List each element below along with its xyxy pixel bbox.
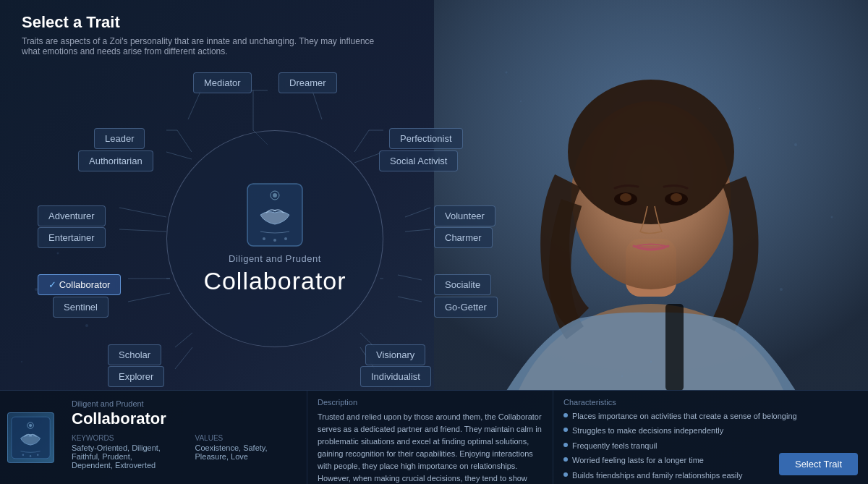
info-values-col: Values Coexistence, Safety, Pleasure, Lo… <box>195 434 297 474</box>
svg-point-59 <box>30 455 32 457</box>
trait-charmer[interactable]: Charmer <box>434 227 493 248</box>
trait-explorer[interactable]: Explorer <box>108 366 164 387</box>
svg-point-58 <box>22 454 25 456</box>
svg-point-8 <box>671 193 682 202</box>
info-keywords: Safety-Oriented, Diligent, Faithful, Pru… <box>72 443 174 470</box>
char-dot-icon <box>563 428 568 432</box>
info-trait-icon <box>7 412 54 463</box>
circle-title: Collaborator <box>203 267 346 295</box>
svg-line-44 <box>175 347 192 369</box>
svg-point-52 <box>263 237 265 240</box>
svg-line-41 <box>398 275 422 280</box>
trait-socialite[interactable]: Socialite <box>434 274 491 295</box>
characteristic-item: Frequently feels tranquil <box>563 441 858 451</box>
svg-line-43 <box>175 333 192 347</box>
svg-point-4 <box>568 80 734 224</box>
trait-perfectionist[interactable]: Perfectionist <box>389 128 463 149</box>
characteristic-text: Worried feeling lasts for a longer time <box>572 455 704 466</box>
info-characteristics-section: Characteristics Places importance on act… <box>553 391 868 484</box>
trait-mediator[interactable]: Mediator <box>193 72 252 93</box>
svg-point-53 <box>273 239 276 242</box>
info-keywords-label: Keywords <box>72 434 174 442</box>
trait-dreamer[interactable]: Dreamer <box>278 72 337 93</box>
svg-point-57 <box>29 423 32 426</box>
trait-sentinel[interactable]: Sentinel <box>53 297 109 318</box>
page-subtitle: Traits are aspects of a Zoi's personalit… <box>22 36 383 56</box>
page-header: Select a Trait Traits are aspects of a Z… <box>0 0 868 69</box>
characteristic-text: Frequently feels tranquil <box>572 441 657 451</box>
info-description-section: Description Trusted and relied upon by t… <box>307 391 553 484</box>
char-dot-icon <box>563 472 568 477</box>
svg-rect-9 <box>665 304 684 391</box>
char-dot-icon <box>563 457 568 462</box>
trait-entertainer[interactable]: Entertainer <box>38 227 106 248</box>
svg-line-40 <box>128 293 170 302</box>
trait-authoritarian[interactable]: Authoritarian <box>78 150 153 171</box>
info-trait-name: Collaborator <box>72 409 297 428</box>
trait-go-getter[interactable]: Go-Getter <box>434 297 498 318</box>
info-panel: Diligent and Prudent Collaborator Keywor… <box>0 390 868 484</box>
center-circle: Diligent and Prudent Collaborator <box>166 130 383 347</box>
trait-scholar[interactable]: Scholar <box>108 344 161 365</box>
trait-adventurer[interactable]: Adventurer <box>38 205 106 226</box>
svg-point-7 <box>620 193 631 202</box>
info-values: Coexistence, Safety, Pleasure, Love <box>195 443 297 461</box>
info-keywords-col: Keywords Safety-Oriented, Diligent, Fait… <box>72 434 174 474</box>
svg-point-54 <box>284 237 287 240</box>
char-dot-icon <box>563 443 568 447</box>
characteristic-item: Struggles to make decisions independentl… <box>563 425 858 436</box>
char-label: Characteristics <box>563 398 858 407</box>
svg-line-33 <box>354 130 369 152</box>
svg-line-42 <box>398 297 422 302</box>
info-main-section: Diligent and Prudent Collaborator Keywor… <box>61 391 307 484</box>
desc-text: Trusted and relied upon by those around … <box>318 411 542 484</box>
trait-individualist[interactable]: Individualist <box>360 366 431 387</box>
circle-subtitle: Diligent and Prudent <box>229 253 321 264</box>
characteristic-text: Places importance on activities that cre… <box>572 411 797 422</box>
svg-line-31 <box>166 152 192 159</box>
svg-line-36 <box>119 229 166 232</box>
trait-volunteer[interactable]: Volunteer <box>434 205 495 226</box>
trait-leader[interactable]: Leader <box>94 128 145 149</box>
svg-line-30 <box>177 130 192 152</box>
svg-point-60 <box>37 454 39 456</box>
char-dot-icon <box>563 413 568 417</box>
select-trait-button[interactable]: Select Trait <box>779 453 858 475</box>
characteristic-text: Struggles to make decisions independentl… <box>572 425 723 436</box>
info-icon-area <box>0 391 61 484</box>
info-trait-label: Diligent and Prudent <box>72 399 297 408</box>
svg-point-51 <box>273 193 277 198</box>
collaborator-icon <box>246 182 304 247</box>
info-values-label: Values <box>195 434 297 442</box>
svg-line-35 <box>119 208 166 217</box>
trait-collaborator[interactable]: Collaborator <box>38 274 121 295</box>
characteristic-text: Builds friendships and family relationsh… <box>572 470 742 481</box>
trait-visionary[interactable]: Visionary <box>365 344 425 365</box>
page-title: Select a Trait <box>22 13 846 32</box>
trait-map: Diligent and Prudent Collaborator Mediat… <box>0 65 550 412</box>
desc-label: Description <box>318 398 542 407</box>
trait-social-activist[interactable]: Social Activist <box>379 150 458 171</box>
svg-line-37 <box>405 208 430 217</box>
characteristic-item: Places importance on activities that cre… <box>563 411 858 422</box>
svg-line-38 <box>405 229 430 232</box>
